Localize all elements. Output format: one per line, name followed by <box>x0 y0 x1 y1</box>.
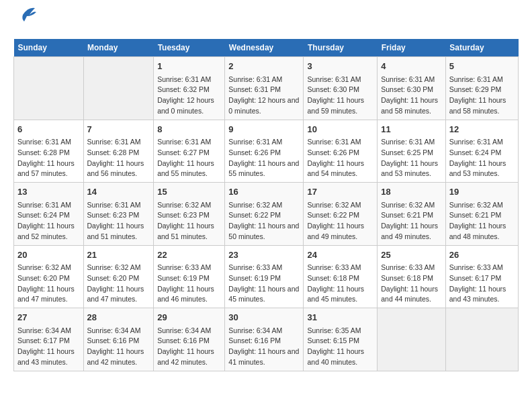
sunrise-text: Sunrise: 6:32 AM <box>307 201 361 209</box>
page-header <box>13 13 519 28</box>
calendar-week-row: 1 Sunrise: 6:31 AM Sunset: 6:32 PM Dayli… <box>14 57 519 120</box>
day-number: 29 <box>157 311 221 324</box>
day-number: 16 <box>228 185 300 199</box>
day-number: 3 <box>307 60 373 73</box>
sunrise-text: Sunrise: 6:31 AM <box>449 75 503 83</box>
cell-content: Sunrise: 6:33 AM Sunset: 6:18 PM Dayligh… <box>307 263 373 305</box>
daylight-text: Daylight: 11 hours and 53 minutes. <box>381 159 438 178</box>
daylight-text: Daylight: 11 hours and 50 minutes. <box>228 222 299 240</box>
sunrise-text: Sunrise: 6:34 AM <box>17 326 71 334</box>
daylight-text: Daylight: 11 hours and 54 minutes. <box>307 159 364 178</box>
daylight-text: Daylight: 11 hours and 56 minutes. <box>87 159 144 178</box>
cell-content: Sunrise: 6:32 AM Sunset: 6:21 PM Dayligh… <box>381 200 441 242</box>
sunrise-text: Sunrise: 6:32 AM <box>17 263 71 271</box>
sunset-text: Sunset: 6:26 PM <box>307 148 359 156</box>
calendar-week-row: 20 Sunrise: 6:32 AM Sunset: 6:20 PM Dayl… <box>14 245 519 308</box>
calendar-cell: 18 Sunrise: 6:32 AM Sunset: 6:21 PM Dayl… <box>378 183 445 246</box>
cell-content: Sunrise: 6:32 AM Sunset: 6:20 PM Dayligh… <box>17 263 80 305</box>
daylight-text: Daylight: 11 hours and 43 minutes. <box>449 285 506 304</box>
day-number: 22 <box>157 248 221 262</box>
sunset-text: Sunset: 6:21 PM <box>449 211 502 219</box>
daylight-text: Daylight: 11 hours and 47 minutes. <box>87 285 144 304</box>
daylight-text: Daylight: 11 hours and 40 minutes. <box>307 347 364 366</box>
cell-content: Sunrise: 6:33 AM Sunset: 6:19 PM Dayligh… <box>157 263 221 305</box>
calendar-cell: 25 Sunrise: 6:33 AM Sunset: 6:18 PM Dayl… <box>378 245 445 308</box>
daylight-text: Daylight: 11 hours and 57 minutes. <box>17 159 75 178</box>
day-number: 31 <box>307 311 373 324</box>
daylight-text: Daylight: 11 hours and 52 minutes. <box>17 222 75 240</box>
cell-content: Sunrise: 6:31 AM Sunset: 6:30 PM Dayligh… <box>307 75 373 117</box>
sunset-text: Sunset: 6:25 PM <box>381 148 433 156</box>
calendar-cell <box>83 57 154 120</box>
sunset-text: Sunset: 6:17 PM <box>449 274 502 282</box>
calendar-cell: 4 Sunrise: 6:31 AM Sunset: 6:30 PM Dayli… <box>378 57 445 120</box>
cell-content: Sunrise: 6:31 AM Sunset: 6:23 PM Dayligh… <box>87 200 150 242</box>
weekday-header-friday: Friday <box>378 39 445 57</box>
sunset-text: Sunset: 6:18 PM <box>307 274 359 282</box>
calendar-cell: 22 Sunrise: 6:33 AM Sunset: 6:19 PM Dayl… <box>154 245 225 308</box>
sunset-text: Sunset: 6:22 PM <box>228 211 281 219</box>
calendar-cell <box>378 308 445 371</box>
sunrise-text: Sunrise: 6:32 AM <box>157 201 211 209</box>
sunrise-text: Sunrise: 6:33 AM <box>381 263 435 271</box>
day-number: 17 <box>307 185 373 199</box>
calendar-cell: 3 Sunrise: 6:31 AM Sunset: 6:30 PM Dayli… <box>304 57 378 120</box>
daylight-text: Daylight: 11 hours and 45 minutes. <box>307 285 364 304</box>
weekday-header-sunday: Sunday <box>14 39 84 57</box>
day-number: 30 <box>228 311 300 324</box>
sunset-text: Sunset: 6:15 PM <box>307 336 359 345</box>
calendar-cell: 31 Sunrise: 6:35 AM Sunset: 6:15 PM Dayl… <box>304 308 378 371</box>
daylight-text: Daylight: 11 hours and 59 minutes. <box>307 96 364 115</box>
cell-content: Sunrise: 6:31 AM Sunset: 6:31 PM Dayligh… <box>228 75 300 117</box>
calendar-cell: 2 Sunrise: 6:31 AM Sunset: 6:31 PM Dayli… <box>225 57 304 120</box>
sunrise-text: Sunrise: 6:32 AM <box>228 201 282 209</box>
calendar-table: SundayMondayTuesdayWednesdayThursdayFrid… <box>13 39 519 371</box>
calendar-cell: 7 Sunrise: 6:31 AM Sunset: 6:28 PM Dayli… <box>83 120 154 183</box>
calendar-cell: 23 Sunrise: 6:33 AM Sunset: 6:19 PM Dayl… <box>225 245 304 308</box>
daylight-text: Daylight: 11 hours and 53 minutes. <box>449 159 506 178</box>
day-number: 9 <box>228 123 300 136</box>
day-number: 8 <box>157 123 221 136</box>
logo-bird-icon <box>16 5 36 24</box>
daylight-text: Daylight: 11 hours and 42 minutes. <box>157 347 214 366</box>
daylight-text: Daylight: 11 hours and 47 minutes. <box>17 285 75 304</box>
calendar-cell: 30 Sunrise: 6:34 AM Sunset: 6:16 PM Dayl… <box>225 308 304 371</box>
calendar-cell: 10 Sunrise: 6:31 AM Sunset: 6:26 PM Dayl… <box>304 120 378 183</box>
calendar-week-row: 13 Sunrise: 6:31 AM Sunset: 6:24 PM Dayl… <box>14 183 519 246</box>
sunset-text: Sunset: 6:24 PM <box>17 211 70 219</box>
calendar-cell: 24 Sunrise: 6:33 AM Sunset: 6:18 PM Dayl… <box>304 245 378 308</box>
sunset-text: Sunset: 6:26 PM <box>228 148 281 156</box>
day-number: 12 <box>449 123 515 136</box>
sunrise-text: Sunrise: 6:31 AM <box>307 138 361 146</box>
sunset-text: Sunset: 6:19 PM <box>157 274 210 282</box>
day-number: 27 <box>17 311 80 324</box>
sunrise-text: Sunrise: 6:33 AM <box>307 263 361 271</box>
sunrise-text: Sunrise: 6:31 AM <box>307 75 361 83</box>
daylight-text: Daylight: 11 hours and 49 minutes. <box>307 222 364 240</box>
daylight-text: Daylight: 11 hours and 51 minutes. <box>157 222 214 240</box>
cell-content: Sunrise: 6:31 AM Sunset: 6:27 PM Dayligh… <box>157 137 221 179</box>
weekday-header-wednesday: Wednesday <box>225 39 304 57</box>
sunrise-text: Sunrise: 6:31 AM <box>17 201 71 209</box>
sunset-text: Sunset: 6:29 PM <box>449 85 502 93</box>
weekday-header-saturday: Saturday <box>445 39 518 57</box>
daylight-text: Daylight: 11 hours and 43 minutes. <box>17 347 75 366</box>
cell-content: Sunrise: 6:31 AM Sunset: 6:30 PM Dayligh… <box>381 75 441 117</box>
daylight-text: Daylight: 11 hours and 41 minutes. <box>228 347 299 366</box>
sunset-text: Sunset: 6:16 PM <box>157 336 210 345</box>
sunrise-text: Sunrise: 6:32 AM <box>87 263 141 271</box>
cell-content: Sunrise: 6:32 AM Sunset: 6:21 PM Dayligh… <box>449 200 515 242</box>
calendar-cell: 19 Sunrise: 6:32 AM Sunset: 6:21 PM Dayl… <box>445 183 518 246</box>
cell-content: Sunrise: 6:33 AM Sunset: 6:18 PM Dayligh… <box>381 263 441 305</box>
calendar-cell: 1 Sunrise: 6:31 AM Sunset: 6:32 PM Dayli… <box>154 57 225 120</box>
sunrise-text: Sunrise: 6:33 AM <box>228 263 282 271</box>
sunrise-text: Sunrise: 6:31 AM <box>381 75 435 83</box>
calendar-cell: 13 Sunrise: 6:31 AM Sunset: 6:24 PM Dayl… <box>14 183 84 246</box>
sunrise-text: Sunrise: 6:31 AM <box>157 75 211 83</box>
sunrise-text: Sunrise: 6:34 AM <box>87 326 141 334</box>
calendar-cell: 29 Sunrise: 6:34 AM Sunset: 6:16 PM Dayl… <box>154 308 225 371</box>
cell-content: Sunrise: 6:32 AM Sunset: 6:22 PM Dayligh… <box>228 200 300 242</box>
sunrise-text: Sunrise: 6:34 AM <box>157 326 211 334</box>
day-number: 28 <box>87 311 150 324</box>
cell-content: Sunrise: 6:31 AM Sunset: 6:29 PM Dayligh… <box>449 75 515 117</box>
